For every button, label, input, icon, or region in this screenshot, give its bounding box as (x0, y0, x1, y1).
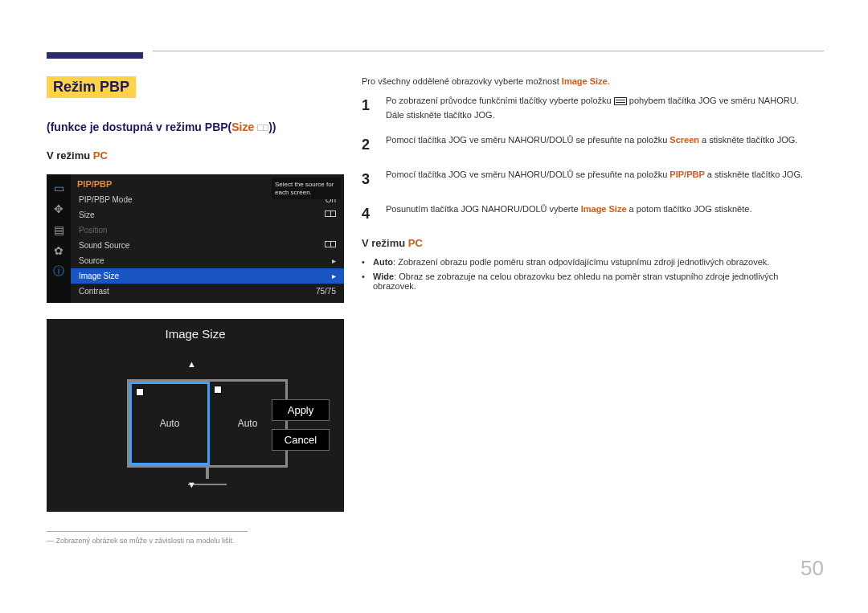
right-column: Pro všechny oddělené obrazovky vyberte m… (362, 76, 812, 296)
osd-row: Size (71, 207, 344, 223)
cancel-button[interactable]: Cancel (272, 429, 330, 451)
pbp-size-icon (257, 125, 268, 131)
osd-label: Sound Source (79, 241, 129, 250)
bullet-term: Auto (373, 257, 393, 267)
osd-label: Size (79, 210, 94, 219)
step-hl: Screen (669, 135, 699, 145)
osd-row-selected: Image Size ▸ (71, 268, 344, 284)
preview-right-label: Auto (238, 418, 258, 429)
osd-sidebar: ▭ ✥ ▤ ✿ ⓘ (47, 174, 71, 303)
size-icon (325, 210, 336, 217)
apply-button[interactable]: Apply (272, 399, 330, 421)
options-list: Auto: Zobrazení obrazu podle poměru stra… (362, 257, 812, 291)
osd-row: Contrast 75/75 (71, 284, 344, 299)
step-text: Pomocí tlačítka JOG ve směru NAHORU/DOLŮ… (386, 168, 812, 191)
subtitle-highlight: Size (231, 121, 254, 133)
step-text: Po zobrazení průvodce funkčními tlačítky… (386, 94, 812, 122)
monitor-graphic: Auto Auto (127, 379, 288, 468)
step-4: 4 Posunutím tlačítka JOG NAHORU/DOLŮ vyb… (362, 202, 812, 226)
mode-prefix-r: V režimu (362, 237, 408, 249)
screen-icon: ✥ (51, 202, 66, 216)
picture-icon: ▭ (51, 181, 66, 195)
step-number: 3 (362, 168, 375, 191)
mode-label: V režimu PC (47, 149, 344, 161)
osd-label: Image Size (79, 272, 119, 280)
options-icon: ▤ (51, 223, 66, 237)
mode-hl-r: PC (408, 237, 423, 249)
osd-menu: ▭ ✥ ▤ ✿ ⓘ PIP/PBP PIP/PBP Mode On Size P… (47, 174, 344, 303)
preview-left-half: Auto (129, 382, 210, 465)
step-pre: Po zobrazení průvodce funkčními tlačítky… (386, 96, 614, 105)
bullet-text: : Obraz se zobrazuje na celou obrazovku … (373, 272, 778, 291)
step-number: 4 (362, 202, 375, 226)
step-number: 2 (362, 133, 375, 157)
step-hl: Image Size (581, 204, 627, 214)
info-icon: ⓘ (51, 264, 66, 279)
osd-value: ▸ (332, 256, 336, 265)
preview-buttons: Apply Cancel (272, 399, 330, 459)
page-number: 50 (800, 556, 824, 581)
header-rule (153, 51, 824, 51)
step-1: 1 Po zobrazení průvodce funkčními tlačít… (362, 94, 812, 122)
preview-title: Image Size (47, 319, 344, 341)
sound-icon (325, 241, 336, 247)
step-pre: Posunutím tlačítka JOG NAHORU/DOLŮ vyber… (386, 204, 581, 214)
intro-text: Pro všechny oddělené obrazovky vyberte m… (362, 76, 812, 86)
osd-row: Sound Source (71, 238, 344, 253)
section-heading: Režim PBP (47, 76, 136, 98)
mode-hl: PC (93, 149, 108, 161)
nav-down-icon: ▼ (187, 480, 196, 489)
step-hl: PIP/PBP (669, 170, 704, 179)
osd-value: ▸ (332, 272, 336, 280)
footnote: ― Zobrazený obrázek se může v závislosti… (47, 537, 344, 545)
footnote-marker: ― (47, 537, 54, 545)
section-accent-bar (47, 52, 143, 59)
mode-label-right: V režimu PC (362, 237, 812, 249)
left-column: Režim PBP (funkce je dostupná v režimu P… (47, 76, 344, 545)
preview-left-label: Auto (160, 418, 180, 429)
menu-icon (614, 97, 627, 105)
osd-row: Source ▸ (71, 253, 344, 268)
bullet-text: : Zobrazení obrazu podle poměru stran od… (393, 257, 769, 267)
intro-suffix: . (608, 76, 610, 86)
step-text: Posunutím tlačítka JOG NAHORU/DOLŮ vyber… (386, 202, 812, 226)
subtitle-prefix: (funkce je dostupná v režimu PBP( (47, 121, 231, 133)
settings-icon: ✿ (51, 243, 66, 258)
step-3: 3 Pomocí tlačítka JOG ve směru NAHORU/DO… (362, 168, 812, 191)
feature-subtitle: (funkce je dostupná v režimu PBP(Size )) (47, 121, 344, 133)
subtitle-suffix: )) (268, 121, 276, 133)
step-2: 2 Pomocí tlačítka JOG ve směru NAHORU/DO… (362, 133, 812, 157)
imagesize-preview: Image Size ▲ Auto Auto ▼ Apply Cancel (47, 319, 344, 512)
steps-list: 1 Po zobrazení průvodce funkčními tlačít… (362, 94, 812, 226)
osd-tooltip: Select the source for each screen. (272, 178, 341, 199)
monitor-screen: Auto Auto (127, 379, 288, 468)
corner-indicator (136, 388, 144, 396)
osd-label: Position (79, 226, 108, 235)
step-post: a stiskněte tlačítko JOG. (705, 170, 803, 179)
step-pre: Pomocí tlačítka JOG ve směru NAHORU/DOLŮ… (386, 135, 669, 145)
list-item: Auto: Zobrazení obrazu podle poměru stra… (362, 257, 812, 267)
osd-row: Position (71, 223, 344, 238)
intro-hl: Image Size (562, 76, 608, 86)
osd-label: PIP/PBP Mode (79, 195, 133, 204)
corner-indicator (214, 386, 222, 394)
osd-label: Source (79, 256, 104, 265)
step-post: a stiskněte tlačítko JOG. (699, 135, 797, 145)
footnote-text: Zobrazený obrázek se může v závislosti n… (56, 537, 235, 545)
intro-prefix: Pro všechny oddělené obrazovky vyberte m… (362, 76, 562, 86)
footnote-rule (47, 531, 248, 532)
nav-up-icon: ▲ (187, 359, 196, 369)
step-text: Pomocí tlačítka JOG ve směru NAHORU/DOLŮ… (386, 133, 812, 157)
osd-value: 75/75 (316, 287, 336, 296)
mode-prefix: V režimu (47, 149, 93, 161)
list-item: Wide: Obraz se zobrazuje na celou obrazo… (362, 272, 812, 291)
step-pre: Pomocí tlačítka JOG ve směru NAHORU/DOLŮ… (386, 170, 669, 179)
step-number: 1 (362, 94, 375, 122)
osd-label: Contrast (79, 287, 109, 296)
step-post: a potom tlačítko JOG stiskněte. (627, 204, 752, 214)
bullet-term: Wide (373, 272, 394, 281)
